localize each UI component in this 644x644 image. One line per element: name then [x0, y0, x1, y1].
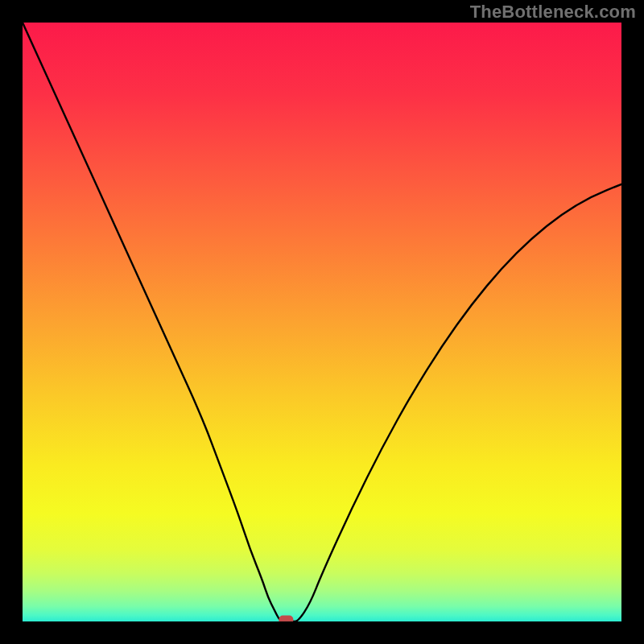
watermark-text: TheBottleneck.com — [470, 2, 636, 23]
chart-frame: TheBottleneck.com — [0, 0, 644, 644]
plot-area — [23, 23, 621, 621]
gradient-background — [23, 23, 621, 621]
minimum-marker — [279, 616, 293, 622]
chart-svg — [23, 23, 621, 621]
